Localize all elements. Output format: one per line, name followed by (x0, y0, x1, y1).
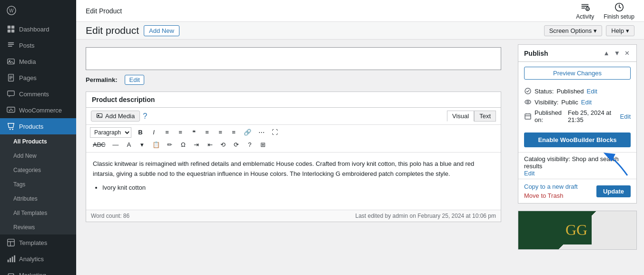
ol-button[interactable]: ≡ (174, 127, 187, 138)
text-color-dropdown[interactable]: ▾ (136, 139, 149, 150)
editor-help-icon[interactable]: ? (143, 112, 147, 121)
align-left-button[interactable]: ≡ (201, 127, 213, 138)
sidebar-submenu-reviews[interactable]: Reviews (0, 220, 76, 234)
sidebar-item-posts[interactable]: Posts (0, 37, 76, 53)
italic-button[interactable]: I (148, 127, 160, 138)
product-desc-header: Product description (86, 92, 501, 108)
word-count: Word count: 86 (91, 213, 129, 219)
permalink-edit-button[interactable]: Edit (125, 75, 144, 85)
topbar-actions: Activity Finish setup (576, 2, 634, 20)
product-thumbnail: GG (518, 211, 636, 249)
paste-button[interactable]: 📋 (149, 139, 163, 150)
sidebar-submenu-all-products[interactable]: All Products (0, 134, 76, 149)
fullscreen-button[interactable]: ⛶ (268, 127, 281, 138)
sidebar-item-marketing[interactable]: Marketing (0, 267, 76, 275)
status-edit-link[interactable]: Edit (587, 88, 597, 95)
kb-shortcuts-button[interactable]: ? (244, 139, 256, 150)
svg-rect-14 (9, 79, 11, 79)
sidebar-item-media[interactable]: Media (0, 53, 76, 70)
catalog-edit-link[interactable]: Edit (524, 170, 535, 177)
sidebar-item-pages[interactable]: Pages (0, 70, 76, 86)
svg-rect-6 (8, 42, 14, 43)
sidebar-products-label: Products (19, 123, 43, 130)
strikethrough-button[interactable]: ABC (90, 139, 109, 150)
bold-button[interactable]: B (134, 127, 147, 138)
woocommerce-icon (7, 106, 15, 114)
sidebar-comments-label: Comments (19, 91, 49, 98)
sidebar-submenu-all-templates[interactable]: All Templates (0, 206, 76, 220)
table-button[interactable]: ⊞ (257, 139, 269, 150)
publish-close[interactable]: ✕ (624, 49, 631, 58)
move-trash-link[interactable]: Move to Trash (524, 192, 578, 199)
sidebar-woocommerce-label: WooCommerce (19, 107, 62, 114)
svg-rect-12 (9, 76, 12, 76)
published-value: Feb 25, 2024 at 21:35 (568, 109, 617, 123)
editor-paragraph: Classic knitwear is reimagined with refi… (93, 159, 494, 179)
svg-point-17 (10, 129, 11, 130)
product-title-input[interactable]: JUMBO GG COTTON SILK JACQUARD POLO (86, 47, 501, 70)
sidebar-products-submenu: All Products Add New Categories Tags Att… (0, 134, 76, 234)
publish-collapse-down[interactable]: ▼ (613, 49, 621, 58)
sidebar-submenu-add-new[interactable]: Add New (0, 149, 76, 163)
text-tab[interactable]: Text (474, 111, 496, 122)
hr-button[interactable]: — (109, 139, 122, 150)
indent-button[interactable]: ⇥ (190, 139, 203, 150)
svg-rect-5 (11, 30, 14, 32)
sidebar-submenu-categories[interactable]: Categories (0, 163, 76, 177)
sidebar-item-templates[interactable]: Templates (0, 234, 76, 251)
link-button[interactable]: 🔗 (241, 127, 254, 138)
publish-collapse-up[interactable]: ▲ (603, 49, 611, 58)
toolbar-row-1: Paragraph B I ≡ ≡ ❝ ≡ ≡ ≡ 🔗 ⋯ ⛶ (90, 127, 497, 138)
visibility-icon (524, 98, 532, 106)
align-center-button[interactable]: ≡ (214, 127, 227, 138)
visual-tab[interactable]: Visual (447, 111, 474, 122)
svg-rect-15 (8, 91, 14, 96)
editor-content[interactable]: Classic knitwear is reimagined with refi… (86, 153, 501, 210)
undo-button[interactable]: ⟲ (217, 139, 229, 150)
blockquote-button[interactable]: ❝ (188, 127, 200, 138)
add-media-icon (96, 113, 103, 120)
enable-woobuilder-button[interactable]: Enable WooBuilder Blocks (524, 132, 631, 147)
update-button[interactable]: Update (596, 185, 631, 197)
activity-action[interactable]: Activity (576, 2, 594, 20)
svg-rect-23 (10, 258, 11, 262)
copy-draft-link[interactable]: Copy to a new draft (524, 183, 578, 190)
wordpress-icon: W (7, 6, 16, 15)
eraser-button[interactable]: ✏ (164, 139, 176, 150)
finish-setup-action[interactable]: Finish setup (604, 2, 634, 20)
add-media-button[interactable]: Add Media (91, 111, 140, 122)
sidebar-item-woocommerce[interactable]: WooCommerce (0, 102, 76, 118)
sidebar-item-dashboard[interactable]: Dashboard (0, 21, 76, 37)
help-button[interactable]: Help ▾ (606, 25, 634, 36)
publish-meta: Status: Published Edit Visibility: Publi… (518, 84, 636, 130)
sidebar-submenu-tags[interactable]: Tags (0, 177, 76, 192)
align-right-button[interactable]: ≡ (228, 127, 240, 138)
paragraph-select[interactable]: Paragraph (90, 127, 131, 138)
visibility-edit-link[interactable]: Edit (581, 99, 592, 106)
sidebar-item-analytics[interactable]: Analytics (0, 251, 76, 267)
sidebar-dashboard-label: Dashboard (19, 26, 50, 33)
analytics-icon (7, 255, 15, 263)
screen-options-label: Screen Options (549, 27, 592, 34)
special-char-button[interactable]: Ω (177, 139, 189, 150)
editor-footer: Word count: 86 Last edited by admin on F… (86, 210, 501, 222)
more-button[interactable]: ⋯ (255, 127, 268, 138)
preview-changes-button[interactable]: Preview Changes (524, 67, 631, 80)
published-edit-link[interactable]: Edit (620, 113, 631, 120)
posts-icon (7, 41, 15, 50)
all-templates-label: All Templates (13, 210, 47, 216)
add-new-button[interactable]: Add New (144, 25, 179, 36)
svg-rect-7 (8, 44, 14, 45)
templates-icon (7, 238, 15, 247)
activity-icon (580, 2, 590, 12)
sidebar-submenu-attributes[interactable]: Attributes (0, 192, 76, 206)
ul-button[interactable]: ≡ (161, 127, 173, 138)
svg-text:GG: GG (565, 221, 587, 238)
sidebar-item-products[interactable]: Products (0, 118, 76, 134)
screen-options-button[interactable]: Screen Options ▾ (544, 25, 603, 36)
redo-button[interactable]: ⟳ (230, 139, 243, 150)
sidebar-item-comments[interactable]: Comments (0, 86, 76, 102)
text-color-button[interactable]: A (123, 139, 135, 150)
sidebar: W Dashboard Posts Media Pages Comments W… (0, 0, 76, 275)
outdent-button[interactable]: ⇥ (204, 139, 216, 150)
